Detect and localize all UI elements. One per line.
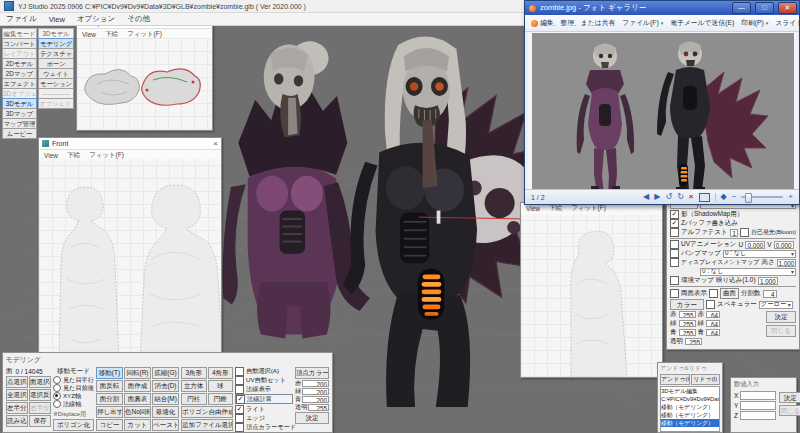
flip-face-button[interactable]: 面反転 bbox=[96, 380, 123, 392]
vertex-color-mode-checkbox[interactable] bbox=[235, 423, 244, 432]
radio-view-depth[interactable] bbox=[53, 384, 61, 392]
alpha-test-value[interactable]: 1 bbox=[730, 229, 738, 237]
minimize-button[interactable]: — bbox=[732, 2, 751, 14]
displacement-checkbox[interactable] bbox=[670, 258, 679, 267]
z-input[interactable] bbox=[740, 411, 776, 420]
bump-checkbox[interactable] bbox=[670, 249, 679, 258]
create-face-button[interactable]: 面作成 bbox=[124, 380, 151, 392]
optimize-button[interactable]: 最適化 bbox=[152, 406, 179, 418]
green-value[interactable]: 200 bbox=[302, 388, 329, 395]
displacement-select[interactable]: 0 : なし▾ bbox=[700, 268, 796, 276]
diffuse-blue[interactable]: 255 bbox=[679, 329, 696, 336]
opacity-value[interactable]: 255 bbox=[685, 338, 702, 345]
photo-titlebar[interactable]: zombie.jpg - フォト ギャラリー — □ ✕ bbox=[525, 1, 799, 15]
spec-green[interactable]: 64 bbox=[706, 320, 720, 327]
undo-button[interactable]: アンドゥ(U) bbox=[660, 374, 690, 385]
zoom-out-icon[interactable]: − bbox=[732, 192, 737, 202]
division-value[interactable]: 4 bbox=[763, 290, 777, 298]
edit-organize-share-button[interactable]: 編集、整理、または共有 bbox=[531, 18, 615, 28]
uv-anim-checkbox[interactable] bbox=[670, 240, 679, 249]
spec-blue[interactable]: 64 bbox=[706, 329, 720, 336]
numeric-close-button[interactable]: 閉じる bbox=[779, 405, 800, 416]
merge-button[interactable]: 結合(M) bbox=[152, 393, 179, 405]
close-icon[interactable]: × bbox=[213, 140, 218, 148]
material-ok-button[interactable]: 決定 bbox=[766, 311, 796, 323]
edge-checkbox[interactable] bbox=[235, 414, 244, 423]
specular-checkbox[interactable] bbox=[706, 300, 715, 309]
free-polygon-button[interactable]: ポリゴン自由作成 bbox=[181, 406, 233, 418]
rotate-left-icon[interactable]: ↺ bbox=[665, 192, 672, 202]
photo-image[interactable] bbox=[528, 32, 798, 192]
undo-history-list[interactable]: 3Dモデル編集 C:¥PIC¥Dv9¥Dv9¥Data¥3D 移動（モデリング）… bbox=[660, 386, 720, 432]
rotate-tool-button[interactable]: 回転(R) bbox=[124, 367, 151, 379]
x-input[interactable] bbox=[740, 391, 776, 400]
save-button[interactable]: 保存 bbox=[29, 415, 51, 427]
menu-view[interactable]: View bbox=[82, 31, 96, 38]
extrude-button[interactable]: 押し出す bbox=[96, 406, 123, 418]
blue-value[interactable]: 200 bbox=[302, 396, 329, 403]
slideshow-button[interactable]: スライド ショー(S) bbox=[775, 18, 800, 28]
uv-auto-checkbox[interactable] bbox=[235, 376, 244, 385]
email-button[interactable]: 電子メールで送信(E) bbox=[670, 18, 734, 28]
zoom-in-icon[interactable]: + bbox=[788, 192, 793, 202]
next-icon[interactable]: ▶ bbox=[654, 192, 660, 202]
select-all-button[interactable]: 全選択(E) bbox=[6, 389, 28, 401]
env-map-checkbox[interactable] bbox=[670, 276, 679, 285]
numeric-ok-button[interactable]: 決定 bbox=[779, 392, 800, 403]
curved-checkbox[interactable] bbox=[709, 289, 718, 298]
triangle-button[interactable]: 3角形 bbox=[181, 367, 207, 379]
scale-tool-button[interactable]: 拡縮(G) bbox=[152, 367, 179, 379]
sidebar-item-movie[interactable]: ムービー bbox=[2, 128, 37, 139]
curved-label[interactable]: 曲面 bbox=[720, 288, 739, 299]
face-front-back-button[interactable]: 面裏表 bbox=[124, 393, 151, 405]
y-input[interactable] bbox=[740, 401, 776, 410]
pan-icon[interactable]: ◆ bbox=[721, 192, 727, 202]
menu-file[interactable]: ファイル bbox=[6, 14, 37, 24]
polygonize-button[interactable]: ポリゴン化 bbox=[53, 419, 94, 431]
radio-normal-axis[interactable] bbox=[53, 400, 61, 408]
erase-left-half-button[interactable]: 左半分消 bbox=[6, 402, 28, 414]
radio-view-parallel[interactable] bbox=[53, 376, 61, 384]
menu-view[interactable]: View bbox=[44, 152, 58, 159]
alpha-test-checkbox[interactable] bbox=[670, 228, 679, 237]
zoom-slider[interactable] bbox=[741, 196, 783, 198]
close-button[interactable]: ✕ bbox=[778, 2, 797, 14]
erase-right-half-button[interactable]: 右半分消 bbox=[29, 402, 51, 414]
normal-calc-checkbox[interactable]: ✓ bbox=[236, 395, 245, 404]
material-close-button[interactable]: 閉じる bbox=[766, 325, 796, 337]
shadow-checkbox[interactable]: ✓ bbox=[670, 210, 679, 219]
delete-button[interactable]: 消去(D) bbox=[152, 380, 179, 392]
cone-button[interactable]: 円錐 bbox=[208, 393, 234, 405]
diffuse-red[interactable]: 255 bbox=[679, 311, 696, 318]
redo-button[interactable]: リドゥ(I) bbox=[691, 374, 721, 385]
height-value[interactable]: 1.000 bbox=[777, 259, 796, 267]
history-item[interactable]: 移動（モデリング） bbox=[661, 403, 719, 411]
quad-button[interactable]: 4角形 bbox=[208, 367, 234, 379]
red-value[interactable]: 200 bbox=[302, 380, 329, 387]
load-button[interactable]: 読み込み bbox=[6, 415, 28, 427]
history-item-selected[interactable]: 移動（モデリング） bbox=[661, 419, 719, 427]
previous-icon[interactable]: ◀ bbox=[643, 192, 649, 202]
copy-button[interactable]: コピー bbox=[96, 419, 123, 431]
invert-selection-button[interactable]: 選択反転 bbox=[29, 389, 51, 401]
cube-button[interactable]: 立方体 bbox=[181, 380, 207, 392]
vertex-color-ok-button[interactable]: 決定 bbox=[295, 412, 329, 424]
history-item[interactable]: 移動（モデリング） bbox=[661, 411, 719, 419]
specular-select[interactable]: グーロー▾ bbox=[759, 301, 793, 309]
history-item[interactable]: 3Dモデル編集 bbox=[661, 387, 719, 395]
zoom-slider-thumb[interactable] bbox=[745, 193, 752, 203]
menu-underlay[interactable]: 下絵 bbox=[549, 204, 562, 213]
two-sided-checkbox[interactable] bbox=[670, 289, 679, 298]
menu-view[interactable]: View bbox=[49, 15, 65, 24]
delete-icon[interactable]: × bbox=[689, 192, 694, 202]
bloom-checkbox[interactable] bbox=[740, 228, 749, 237]
rotate-right-icon[interactable]: ↻ bbox=[677, 192, 684, 202]
paste-button[interactable]: ペースト bbox=[152, 419, 179, 431]
split-face-button[interactable]: 面分割 bbox=[96, 393, 123, 405]
normal-display-checkbox[interactable] bbox=[235, 385, 244, 394]
history-item[interactable]: C:¥PIC¥Dv9¥Dv9¥Data¥3D bbox=[661, 395, 719, 403]
sphere-button[interactable]: 球 bbox=[208, 380, 234, 392]
radio-xyz-axis[interactable] bbox=[53, 392, 61, 400]
move-tool-button[interactable]: 移動(T) bbox=[96, 367, 123, 379]
slideshow-icon[interactable] bbox=[699, 193, 710, 202]
